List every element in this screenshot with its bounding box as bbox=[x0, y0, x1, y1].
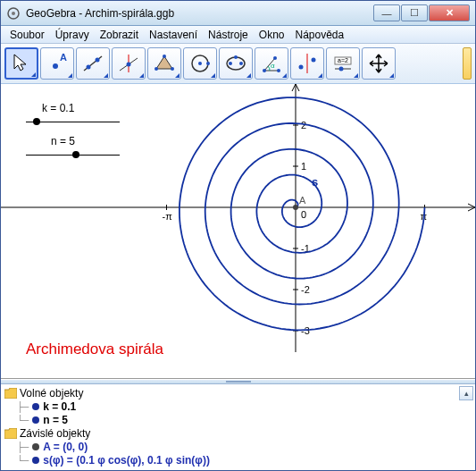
folder-free[interactable]: Volné objekty bbox=[4, 387, 472, 400]
svg-text:a=2: a=2 bbox=[338, 57, 348, 63]
svg-text:A: A bbox=[60, 52, 67, 63]
menu-upravy[interactable]: Úpravy bbox=[50, 27, 95, 43]
menu-nastroje[interactable]: Nástroje bbox=[203, 27, 254, 43]
titlebar: GeoGebra - Archim-spirála.ggb — ☐ ✕ bbox=[1, 1, 475, 26]
close-button[interactable]: ✕ bbox=[429, 4, 470, 21]
svg-point-15 bbox=[198, 62, 202, 65]
menubar: Soubor Úpravy Zobrazit Nastavení Nástroj… bbox=[1, 26, 475, 44]
svg-point-27 bbox=[312, 58, 316, 63]
scroll-up-button[interactable]: ▴ bbox=[459, 386, 473, 400]
svg-point-26 bbox=[299, 65, 304, 70]
svg-line-4 bbox=[84, 56, 102, 71]
menu-napoveda[interactable]: Nápověda bbox=[289, 27, 349, 43]
svg-point-13 bbox=[154, 67, 158, 71]
tool-point[interactable]: A bbox=[40, 47, 74, 80]
svg-point-2 bbox=[53, 63, 58, 69]
obj-s[interactable]: s(φ) = (0.1 φ cos(φ), 0.1 φ sin(φ)) bbox=[43, 454, 210, 467]
slider-n[interactable] bbox=[26, 155, 120, 156]
svg-text:0: 0 bbox=[301, 209, 306, 220]
svg-text:-π: -π bbox=[162, 211, 172, 222]
svg-point-23 bbox=[277, 69, 280, 72]
svg-point-6 bbox=[96, 58, 100, 63]
bullet-n[interactable] bbox=[32, 416, 39, 424]
bullet-k[interactable] bbox=[32, 403, 39, 410]
slider-k[interactable] bbox=[26, 122, 120, 122]
folder-dep[interactable]: Závislé objekty bbox=[4, 427, 472, 440]
bullet-A[interactable] bbox=[32, 443, 39, 450]
tool-circle[interactable] bbox=[183, 47, 217, 80]
tool-move[interactable] bbox=[4, 47, 38, 80]
tool-angle[interactable]: α bbox=[255, 47, 288, 80]
svg-text:1: 1 bbox=[301, 161, 306, 172]
obj-k[interactable]: k = 0.1 bbox=[43, 400, 76, 413]
svg-point-12 bbox=[171, 67, 174, 71]
svg-point-16 bbox=[206, 62, 210, 65]
svg-text:s: s bbox=[312, 175, 318, 189]
maximize-button[interactable]: ☐ bbox=[401, 4, 428, 21]
svg-marker-10 bbox=[156, 56, 172, 69]
tool-slider[interactable]: a=2 bbox=[326, 47, 360, 80]
svg-point-9 bbox=[127, 63, 131, 67]
menu-soubor[interactable]: Soubor bbox=[4, 27, 50, 43]
app-icon bbox=[6, 6, 21, 21]
menu-zobrazit[interactable]: Zobrazit bbox=[95, 27, 144, 43]
svg-point-48 bbox=[293, 205, 298, 210]
window-title: GeoGebra - Archim-spirála.ggb bbox=[26, 7, 372, 20]
folder-dep-label: Závislé objekty bbox=[20, 427, 90, 440]
bullet-s[interactable] bbox=[32, 457, 39, 464]
algebra-view[interactable]: ▴ Volné objekty ├─k = 0.1 └─n = 5 Závisl… bbox=[1, 384, 475, 470]
toolbar-help-strip[interactable] bbox=[463, 47, 472, 80]
menu-okno[interactable]: Okno bbox=[254, 27, 290, 43]
svg-text:α: α bbox=[271, 62, 275, 70]
svg-point-19 bbox=[239, 62, 243, 65]
svg-point-22 bbox=[263, 69, 266, 72]
svg-point-11 bbox=[163, 55, 166, 58]
graphics-view[interactable]: -3-2-112-ππA0s k = 0.1 n = 5 Archimedova… bbox=[1, 84, 475, 379]
tool-polygon[interactable] bbox=[147, 47, 181, 80]
tool-line[interactable] bbox=[76, 47, 110, 80]
menu-nastaveni[interactable]: Nastavení bbox=[144, 27, 203, 43]
slider-k-label: k = 0.1 bbox=[42, 102, 120, 114]
tool-conic[interactable] bbox=[219, 47, 253, 80]
svg-point-20 bbox=[234, 55, 238, 59]
toolbar: A α a=2 bbox=[1, 44, 475, 84]
svg-point-24 bbox=[273, 56, 277, 60]
svg-text:-2: -2 bbox=[301, 284, 310, 295]
plot-title: Archimedova spirála bbox=[26, 341, 163, 358]
tool-reflect[interactable] bbox=[290, 47, 324, 80]
svg-point-18 bbox=[229, 62, 232, 65]
folder-free-label: Volné objekty bbox=[20, 387, 83, 400]
minimize-button[interactable]: — bbox=[373, 4, 400, 21]
svg-point-31 bbox=[339, 67, 344, 71]
tool-perpendicular[interactable] bbox=[112, 47, 146, 80]
svg-point-1 bbox=[12, 12, 15, 15]
slider-n-label: n = 5 bbox=[51, 135, 120, 147]
obj-A[interactable]: A = (0, 0) bbox=[43, 441, 88, 453]
svg-point-5 bbox=[87, 65, 91, 70]
obj-n[interactable]: n = 5 bbox=[43, 414, 68, 426]
tool-move-view[interactable] bbox=[362, 47, 396, 80]
svg-text:A: A bbox=[299, 195, 306, 206]
